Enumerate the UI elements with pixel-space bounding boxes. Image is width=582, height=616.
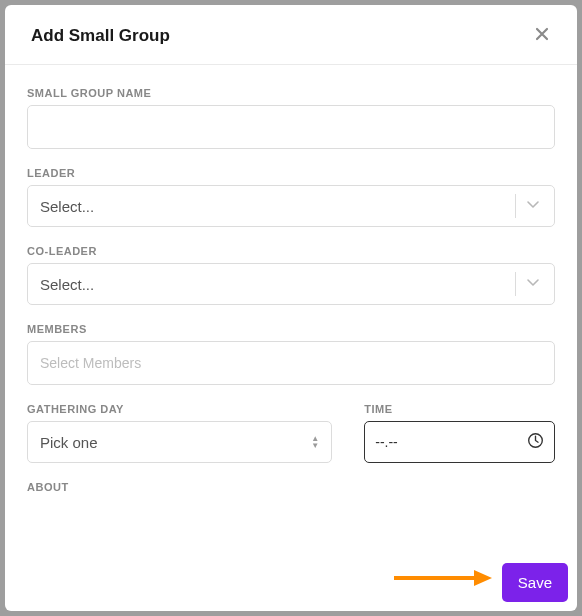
leader-select-value: Select...	[40, 198, 511, 215]
close-icon	[533, 25, 551, 46]
field-group-about: ABOUT	[27, 481, 555, 493]
leader-select[interactable]: Select...	[27, 185, 555, 227]
save-button[interactable]: Save	[502, 563, 568, 602]
modal-title: Add Small Group	[31, 26, 170, 46]
label-time: TIME	[364, 403, 555, 415]
select-divider	[515, 272, 516, 296]
clock-icon	[527, 432, 544, 453]
members-input[interactable]	[27, 341, 555, 385]
chevron-down-icon	[524, 195, 542, 217]
select-divider	[515, 194, 516, 218]
name-input[interactable]	[27, 105, 555, 149]
stepper-icon: ▲▼	[311, 435, 319, 449]
coleader-select[interactable]: Select...	[27, 263, 555, 305]
modal-header: Add Small Group	[5, 5, 577, 65]
label-day: GATHERING DAY	[27, 403, 332, 415]
field-group-coleader: CO-LEADER Select...	[27, 245, 555, 305]
modal-body: SMALL GROUP NAME LEADER Select... CO-LEA…	[5, 65, 577, 611]
label-leader: LEADER	[27, 167, 555, 179]
field-group-day: GATHERING DAY Pick one ▲▼	[27, 403, 332, 463]
field-group-members: MEMBERS	[27, 323, 555, 385]
field-group-leader: LEADER Select...	[27, 167, 555, 227]
close-button[interactable]	[529, 21, 555, 50]
coleader-select-value: Select...	[40, 276, 511, 293]
time-input[interactable]: --.--	[364, 421, 555, 463]
field-group-name: SMALL GROUP NAME	[27, 87, 555, 149]
day-picker[interactable]: Pick one ▲▼	[27, 421, 332, 463]
day-picker-value: Pick one	[40, 434, 311, 451]
add-small-group-modal: Add Small Group SMALL GROUP NAME LEADER …	[5, 5, 577, 611]
label-members: MEMBERS	[27, 323, 555, 335]
label-about: ABOUT	[27, 481, 555, 493]
chevron-down-icon	[524, 273, 542, 295]
row-day-time: GATHERING DAY Pick one ▲▼ TIME --.--	[27, 403, 555, 481]
field-group-time: TIME --.--	[364, 403, 555, 463]
label-name: SMALL GROUP NAME	[27, 87, 555, 99]
time-input-value: --.--	[375, 434, 398, 450]
label-coleader: CO-LEADER	[27, 245, 555, 257]
